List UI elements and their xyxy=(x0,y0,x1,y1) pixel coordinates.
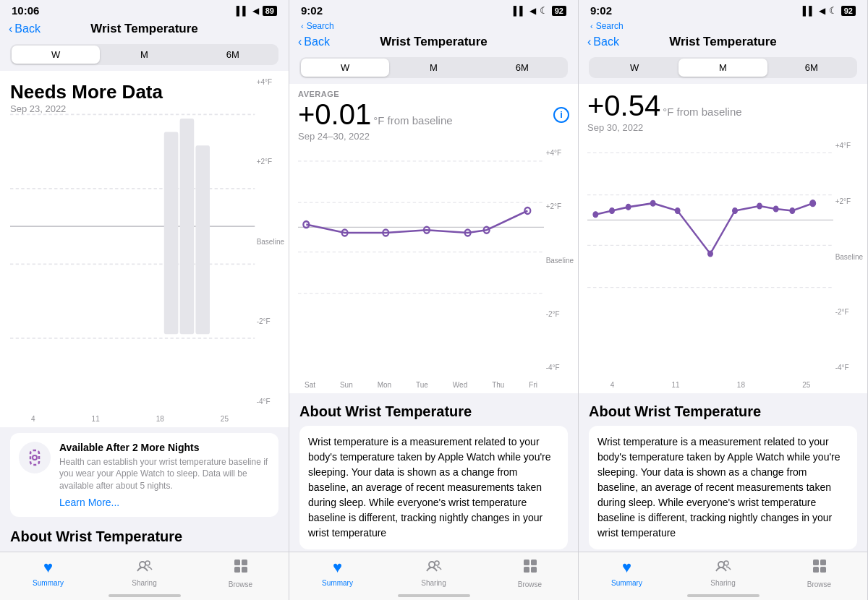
back-chevron-1: ‹ xyxy=(9,22,12,35)
learn-more-link[interactable]: Learn More... xyxy=(59,497,270,508)
home-indicator-1 xyxy=(109,594,181,597)
tab-summary-3[interactable]: ♥ Summary xyxy=(579,558,675,588)
wifi-icon-1: ◀ xyxy=(252,6,259,16)
segment-w-2[interactable]: W xyxy=(301,59,389,77)
svg-point-40 xyxy=(610,208,615,214)
watch-icon xyxy=(19,442,51,473)
avg-header-2: AVERAGE +0.01 °F from baseline i Sep 24–… xyxy=(298,90,569,142)
svg-point-43 xyxy=(675,208,680,214)
tab-sharing-label-3: Sharing xyxy=(710,579,735,587)
segment-6m-3[interactable]: 6M xyxy=(767,59,856,77)
signal-icon-2: ▌▌ xyxy=(514,6,526,16)
tab-browse-label-3: Browse xyxy=(807,580,831,588)
svg-point-44 xyxy=(708,251,713,257)
svg-point-46 xyxy=(757,203,762,209)
x-labels-3: 4 11 18 25 xyxy=(579,381,842,389)
back-label-3: Back xyxy=(593,35,619,48)
avg-value-3: +0.54 xyxy=(587,90,660,122)
chart-svg-2 xyxy=(298,145,544,310)
tab-bar-1: ♥ Summary Sharing xyxy=(0,552,289,600)
search-label-2[interactable]: Search xyxy=(307,21,334,31)
svg-point-39 xyxy=(593,212,598,218)
about-title-1: About Wrist Temperature xyxy=(10,524,278,549)
svg-point-47 xyxy=(773,206,778,212)
svg-point-51 xyxy=(724,561,728,565)
segment-6m-2[interactable]: 6M xyxy=(478,59,566,77)
available-body: Health can establish your wrist temperat… xyxy=(59,456,270,492)
svg-rect-31 xyxy=(531,560,537,565)
tab-browse-3[interactable]: Browse xyxy=(771,558,867,588)
status-icons-3: ▌▌ ◀ ☾ 92 xyxy=(803,5,856,16)
avg-header-3: +0.54 °F from baseline Sep 30, 2022 xyxy=(587,90,859,133)
segment-w-1[interactable]: W xyxy=(12,46,100,64)
nav-title-2: Wrist Temperature xyxy=(380,35,488,49)
svg-point-49 xyxy=(810,200,816,207)
segment-m-1[interactable]: M xyxy=(100,46,188,64)
search-chevron-2: ‹ xyxy=(301,22,304,30)
svg-point-29 xyxy=(435,561,439,565)
battery-3: 92 xyxy=(841,6,856,16)
signal-icon-1: ▌▌ xyxy=(237,6,249,16)
tab-summary-2[interactable]: ♥ Summary xyxy=(289,558,386,588)
phone-panel-1: 10:06 ▌▌ ◀ 89 ‹ Back Wrist Temperature W… xyxy=(0,0,289,600)
svg-point-10 xyxy=(140,562,145,567)
sharing-icon-1 xyxy=(137,558,153,577)
nav-bar-1: ‹ Back Wrist Temperature xyxy=(0,20,289,40)
available-card: Available After 2 More Nights Health can… xyxy=(10,433,278,517)
heart-icon-2: ♥ xyxy=(333,558,342,577)
segment-w-3[interactable]: W xyxy=(590,59,678,77)
svg-rect-12 xyxy=(234,560,240,565)
svg-rect-15 xyxy=(242,567,247,573)
back-label-1: Back xyxy=(14,22,41,35)
svg-rect-30 xyxy=(524,560,529,565)
tab-summary-1[interactable]: ♥ Summary xyxy=(0,558,96,588)
browse-icon-2 xyxy=(522,558,538,578)
svg-point-28 xyxy=(429,562,435,567)
avg-date-3: Sep 30, 2022 xyxy=(587,122,859,133)
status-bar-3: 9:02 ▌▌ ◀ ☾ 92 xyxy=(579,0,867,20)
moon-icon-2: ☾ xyxy=(540,5,548,16)
svg-rect-8 xyxy=(30,450,39,465)
chart-area-1: Needs More Data Sep 23, 2022 +4°F +2°F B… xyxy=(0,71,289,427)
search-label-3[interactable]: Search xyxy=(596,21,624,31)
tab-browse-2[interactable]: Browse xyxy=(482,558,578,588)
chart-svg-1 xyxy=(10,78,278,374)
back-button-3[interactable]: ‹ Back xyxy=(587,35,619,48)
info-icon-2[interactable]: i xyxy=(553,107,569,123)
x-labels-1: 4 11 18 25 xyxy=(0,415,260,423)
back-button-1[interactable]: ‹ Back xyxy=(9,22,41,35)
tab-sharing-3[interactable]: Sharing xyxy=(675,558,771,588)
tab-bar-2: ♥ Summary Sharing xyxy=(289,552,578,600)
phone-panel-2: 9:02 ▌▌ ◀ ☾ 92 ‹ Search ‹ Back Wrist Tem… xyxy=(289,0,579,600)
tab-summary-label-3: Summary xyxy=(611,579,642,587)
tab-sharing-2[interactable]: Sharing xyxy=(386,558,482,588)
svg-point-45 xyxy=(733,208,738,214)
avg-unit-2: °F from baseline xyxy=(373,114,452,127)
status-time-2: 9:02 xyxy=(301,4,323,17)
nav-bar-3: ‹ Back Wrist Temperature xyxy=(579,33,867,53)
status-icons-1: ▌▌ ◀ 89 xyxy=(237,6,277,16)
wifi-icon-2: ◀ xyxy=(529,6,536,16)
heart-icon-3: ♥ xyxy=(622,558,631,577)
segment-m-2[interactable]: M xyxy=(389,59,477,77)
svg-rect-32 xyxy=(524,567,529,573)
avg-unit-3: °F from baseline xyxy=(663,106,741,118)
x-labels-2: Sat Sun Mon Tue Wed Thu Fri xyxy=(289,381,553,389)
about-card-3: Wrist temperature is a measurement relat… xyxy=(589,426,857,549)
available-title: Available After 2 More Nights xyxy=(59,442,270,453)
tab-browse-1[interactable]: Browse xyxy=(192,558,289,588)
segment-6m-1[interactable]: 6M xyxy=(189,46,277,64)
search-bar-3: ‹ Search xyxy=(579,20,867,33)
tab-sharing-1[interactable]: Sharing xyxy=(96,558,192,588)
chart-area-2: AVERAGE +0.01 °F from baseline i Sep 24–… xyxy=(289,84,578,393)
tab-browse-label-1: Browse xyxy=(229,580,252,588)
search-bar-2: ‹ Search xyxy=(289,20,578,33)
back-button-2[interactable]: ‹ Back xyxy=(298,35,330,48)
browse-icon-3 xyxy=(812,558,827,578)
svg-rect-6 xyxy=(180,119,195,334)
needs-more-data-date: Sep 23, 2022 xyxy=(10,103,163,114)
svg-point-41 xyxy=(626,204,631,210)
svg-rect-54 xyxy=(813,567,819,573)
about-title-2: About Wrist Temperature xyxy=(299,399,568,426)
segment-m-3[interactable]: M xyxy=(678,59,767,77)
